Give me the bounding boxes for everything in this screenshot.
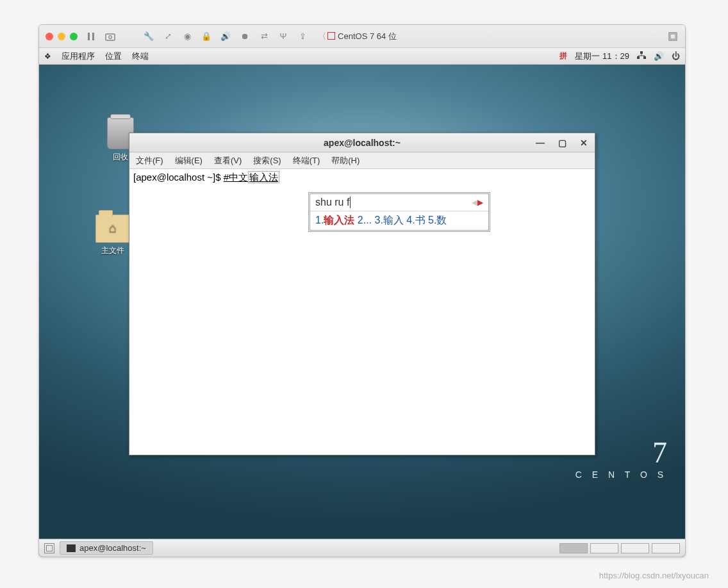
workspace-2[interactable] xyxy=(590,543,618,553)
terminal-window[interactable]: apex@localhost:~ — ▢ ✕ 文件(F) 编辑(E) 查看(V)… xyxy=(129,133,595,455)
arrow-left-icon[interactable]: ◀ xyxy=(472,198,477,207)
ime-pinyin-input: shu ru f xyxy=(315,197,349,208)
centos-icon xyxy=(327,32,335,40)
workspace-3[interactable] xyxy=(621,543,649,553)
svg-rect-1 xyxy=(92,33,94,40)
terminal-menu-item[interactable]: 终端 xyxy=(132,51,149,62)
task-label: apex@localhost:~ xyxy=(79,543,146,553)
maximize-icon[interactable] xyxy=(70,33,78,40)
menu-help[interactable]: 帮助(H) xyxy=(331,155,360,167)
places-menu[interactable]: 位置 xyxy=(105,51,122,62)
svg-point-3 xyxy=(109,35,112,38)
window-maximize-button[interactable]: ▢ xyxy=(555,138,569,148)
share-icon[interactable]: ⇪ xyxy=(297,31,308,42)
ime-cursor xyxy=(350,197,351,208)
guest-desktop: ❖ 应用程序 位置 终端 拼 星期一 11：29 🔊 ⏻ 回收 主文件 7 xyxy=(39,48,685,557)
volume-icon[interactable]: 🔊 xyxy=(654,51,664,61)
folder-icon xyxy=(95,215,130,243)
resize-icon[interactable]: ⤢ xyxy=(162,31,174,42)
ime-preedit: 输入法 xyxy=(248,171,279,183)
disc-icon[interactable]: ◉ xyxy=(181,31,193,42)
fullscreen-icon[interactable] xyxy=(667,31,679,42)
svg-rect-2 xyxy=(106,34,115,40)
svg-rect-0 xyxy=(88,33,90,40)
lock-icon[interactable]: 🔒 xyxy=(201,31,212,42)
prompt: [apex@localhost ~]$ xyxy=(133,172,224,183)
ime-page-arrows[interactable]: ◀▶ xyxy=(472,198,483,207)
terminal-body[interactable]: [apex@localhost ~]$ #中文输入法 xyxy=(129,169,595,186)
traffic-lights[interactable] xyxy=(46,33,78,40)
svg-rect-7 xyxy=(643,56,646,59)
power-icon[interactable]: ⏻ xyxy=(672,51,680,61)
clock[interactable]: 星期一 11：29 xyxy=(575,51,629,62)
menu-file[interactable]: 文件(F) xyxy=(136,155,163,167)
ime-indicator[interactable]: 拼 xyxy=(559,51,567,61)
window-close-button[interactable]: ✕ xyxy=(577,138,591,148)
menu-view[interactable]: 查看(V) xyxy=(214,155,242,167)
menu-search[interactable]: 搜索(S) xyxy=(253,155,281,167)
candidate-1[interactable]: 1.输入法 xyxy=(315,215,354,225)
back-icon[interactable]: 〈 xyxy=(316,31,327,42)
ime-candidate-popup[interactable]: shu ru f ◀▶ 1.输入法 2... 3.输入 4.书 5.数 xyxy=(308,192,490,232)
workspace-switcher-icon[interactable] xyxy=(44,543,54,553)
window-minimize-button[interactable]: — xyxy=(533,138,547,148)
gnome-bottom-panel: apex@localhost:~ xyxy=(39,539,685,557)
close-icon[interactable] xyxy=(46,33,53,40)
video-icon[interactable]: ⏺ xyxy=(239,31,251,42)
terminal-menubar: 文件(F) 编辑(E) 查看(V) 搜索(S) 终端(T) 帮助(H) xyxy=(129,152,595,169)
wrench-icon[interactable]: 🔧 xyxy=(143,31,154,42)
svg-rect-8 xyxy=(640,51,643,54)
candidate-4[interactable]: 4.书 xyxy=(406,215,425,225)
ime-candidate-row[interactable]: 1.输入法 2... 3.输入 4.书 5.数 xyxy=(310,211,488,230)
workspace-pager[interactable] xyxy=(559,543,680,553)
applications-menu[interactable]: 应用程序 xyxy=(62,51,95,62)
arrow-right-icon[interactable]: ▶ xyxy=(477,198,483,207)
vm-toolbar: 🔧 ⤢ ◉ 🔒 🔊 ⏺ ⇄ Ψ ⇪ 〈 CentOS 7 64 位 xyxy=(39,25,685,48)
svg-rect-6 xyxy=(637,56,640,59)
candidate-5[interactable]: 5.数 xyxy=(428,215,447,225)
workspace-4[interactable] xyxy=(652,543,680,553)
network-icon[interactable]: ⇄ xyxy=(258,31,270,42)
vm-title: CentOS 7 64 位 xyxy=(39,31,685,42)
vm-host-window: 🔧 ⤢ ◉ 🔒 🔊 ⏺ ⇄ Ψ ⇪ 〈 CentOS 7 64 位 ❖ 应用程序… xyxy=(38,24,686,557)
svg-rect-5 xyxy=(670,34,675,39)
terminal-icon xyxy=(67,544,76,552)
gnome-top-panel: ❖ 应用程序 位置 终端 拼 星期一 11：29 🔊 ⏻ xyxy=(39,48,685,65)
menu-terminal[interactable]: 终端(T) xyxy=(293,155,320,167)
panel-logo-icon: ❖ xyxy=(44,52,51,61)
terminal-title: apex@localhost:~ xyxy=(324,138,401,148)
taskbar-item-terminal[interactable]: apex@localhost:~ xyxy=(60,541,153,555)
workspace-1[interactable] xyxy=(559,543,588,553)
typed-text: #中文 xyxy=(224,172,248,183)
minimize-icon[interactable] xyxy=(58,33,65,40)
candidate-2[interactable]: 2... xyxy=(358,215,372,225)
sound-icon[interactable]: 🔊 xyxy=(220,31,231,42)
usb-icon[interactable]: Ψ xyxy=(277,31,289,42)
candidate-3[interactable]: 3.输入 xyxy=(375,215,404,225)
snapshot-icon[interactable] xyxy=(104,31,116,42)
pause-icon[interactable] xyxy=(85,31,97,42)
menu-edit[interactable]: 编辑(E) xyxy=(175,155,203,167)
network-status-icon[interactable] xyxy=(637,51,646,61)
terminal-titlebar[interactable]: apex@localhost:~ — ▢ ✕ xyxy=(129,133,595,152)
watermark: https://blog.csdn.net/lxyoucan xyxy=(599,571,709,580)
